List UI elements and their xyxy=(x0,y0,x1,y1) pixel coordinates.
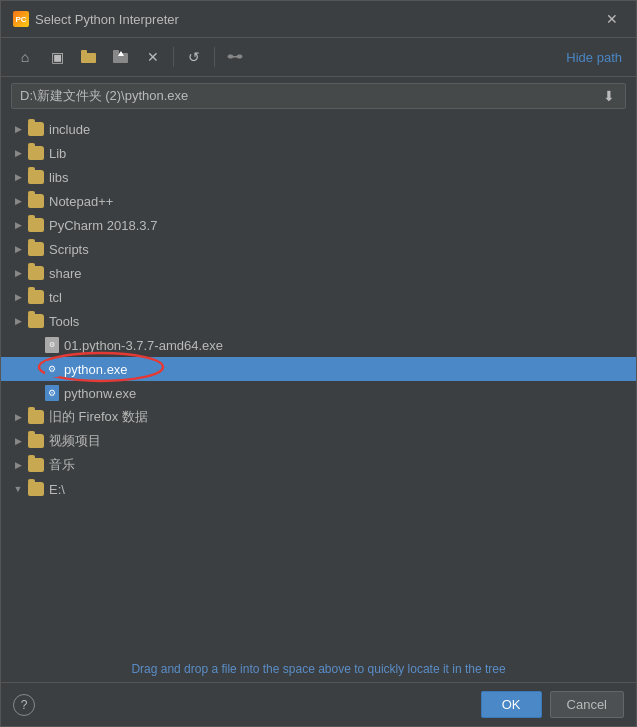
python-file-icon xyxy=(45,361,59,377)
tree-item-pythonw[interactable]: pythonw.exe xyxy=(1,381,636,405)
folder-icon xyxy=(28,482,44,496)
expand-arrow: ▼ xyxy=(11,482,25,496)
separator xyxy=(173,47,174,67)
tree-item-tools[interactable]: ▶ Tools xyxy=(1,309,636,333)
tree-item-scripts[interactable]: ▶ Scripts xyxy=(1,237,636,261)
svg-rect-1 xyxy=(81,50,87,54)
expand-arrow: ▶ xyxy=(11,458,25,472)
item-label: Lib xyxy=(49,146,66,161)
tree-item-python-exe[interactable]: python.exe xyxy=(1,357,636,381)
title-bar-left: PC Select Python Interpreter xyxy=(13,11,179,27)
item-label: 视频项目 xyxy=(49,432,101,450)
item-label: E:\ xyxy=(49,482,65,497)
svg-rect-0 xyxy=(81,53,96,63)
item-label: pythonw.exe xyxy=(64,386,136,401)
folder-button[interactable] xyxy=(75,44,103,70)
ok-button[interactable]: OK xyxy=(481,691,542,718)
home-button[interactable]: ⌂ xyxy=(11,44,39,70)
python-file-icon xyxy=(45,385,59,401)
svg-rect-7 xyxy=(232,56,238,58)
expand-arrow: ▶ xyxy=(11,266,25,280)
expand-arrow: ▶ xyxy=(11,170,25,184)
drag-hint: Drag and drop a file into the space abov… xyxy=(1,656,636,682)
tree-item-notepadpp[interactable]: ▶ Notepad++ xyxy=(1,189,636,213)
file-tree: ▶ include ▶ Lib ▶ libs ▶ Notepad++ ▶ PyC… xyxy=(1,115,636,656)
tree-item-pycharm[interactable]: ▶ PyCharm 2018.3.7 xyxy=(1,213,636,237)
bottom-bar: ? OK Cancel xyxy=(1,682,636,726)
tree-item-e-drive[interactable]: ▼ E:\ xyxy=(1,477,636,501)
folder-icon xyxy=(28,266,44,280)
folder-icon xyxy=(28,146,44,160)
path-bar: ⬇ xyxy=(11,83,626,109)
refresh-button[interactable]: ↺ xyxy=(180,44,208,70)
svg-rect-3 xyxy=(113,50,119,54)
screen-button[interactable]: ▣ xyxy=(43,44,71,70)
tree-item-libs[interactable]: ▶ libs xyxy=(1,165,636,189)
item-label: include xyxy=(49,122,90,137)
expand-arrow: ▶ xyxy=(11,146,25,160)
window-title: Select Python Interpreter xyxy=(35,12,179,27)
item-label: Tools xyxy=(49,314,79,329)
folder-icon xyxy=(28,218,44,232)
title-bar: PC Select Python Interpreter ✕ xyxy=(1,1,636,38)
dialog-window: PC Select Python Interpreter ✕ ⌂ ▣ ✕ ↺ xyxy=(0,0,637,727)
path-download-button[interactable]: ⬇ xyxy=(601,88,617,104)
action-buttons: OK Cancel xyxy=(481,691,624,718)
folder-icon xyxy=(28,290,44,304)
folder-icon xyxy=(28,410,44,424)
tree-item-video[interactable]: ▶ 视频项目 xyxy=(1,429,636,453)
item-label: tcl xyxy=(49,290,62,305)
expand-arrow: ▶ xyxy=(11,194,25,208)
item-label: PyCharm 2018.3.7 xyxy=(49,218,157,233)
hide-path-button[interactable]: Hide path xyxy=(562,48,626,67)
expand-arrow: ▶ xyxy=(11,434,25,448)
folder-icon xyxy=(28,170,44,184)
folder-up-button[interactable] xyxy=(107,44,135,70)
item-label: 音乐 xyxy=(49,456,75,474)
item-label: Notepad++ xyxy=(49,194,113,209)
close-button[interactable]: ✕ xyxy=(600,9,624,29)
item-label: share xyxy=(49,266,82,281)
folder-icon xyxy=(28,434,44,448)
help-button[interactable]: ? xyxy=(13,694,35,716)
folder-icon xyxy=(28,458,44,472)
folder-icon xyxy=(28,194,44,208)
tree-item-tcl[interactable]: ▶ tcl xyxy=(1,285,636,309)
expand-arrow: ▶ xyxy=(11,314,25,328)
tree-item-share[interactable]: ▶ share xyxy=(1,261,636,285)
tree-item-music[interactable]: ▶ 音乐 xyxy=(1,453,636,477)
tree-item-firefox[interactable]: ▶ 旧的 Firefox 数据 xyxy=(1,405,636,429)
folder-icon xyxy=(28,242,44,256)
separator2 xyxy=(214,47,215,67)
item-label: libs xyxy=(49,170,69,185)
expand-arrow: ▶ xyxy=(11,242,25,256)
tree-item-lib[interactable]: ▶ Lib xyxy=(1,141,636,165)
expand-arrow: ▶ xyxy=(11,410,25,424)
item-label: 旧的 Firefox 数据 xyxy=(49,408,148,426)
cancel-dialog-button[interactable]: Cancel xyxy=(550,691,624,718)
cancel-button[interactable]: ✕ xyxy=(139,44,167,70)
expand-arrow: ▶ xyxy=(11,290,25,304)
expand-arrow: ▶ xyxy=(11,122,25,136)
folder-icon xyxy=(28,314,44,328)
link-button[interactable] xyxy=(221,44,249,70)
app-icon: PC xyxy=(13,11,29,27)
tree-item-include[interactable]: ▶ include xyxy=(1,117,636,141)
folder-icon xyxy=(28,122,44,136)
expand-arrow: ▶ xyxy=(11,218,25,232)
item-label: Scripts xyxy=(49,242,89,257)
toolbar: ⌂ ▣ ✕ ↺ Hide path xyxy=(1,38,636,77)
path-input[interactable] xyxy=(20,89,601,104)
